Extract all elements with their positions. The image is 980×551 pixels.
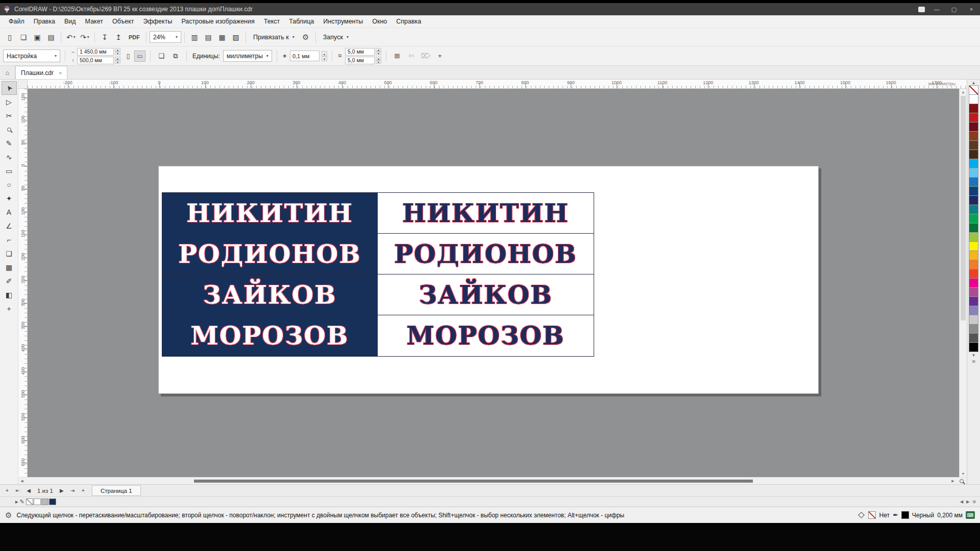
all-pages-button[interactable]: ❏	[155, 50, 167, 62]
horizontal-scrollbar[interactable]: ◀ ▶	[18, 477, 967, 484]
eyedropper-tool[interactable]: ✐	[2, 274, 17, 288]
palette-swatch-28[interactable]	[969, 342, 978, 352]
show-guidelines-button[interactable]: ▨	[229, 31, 242, 44]
doc-palette-scroll-right-icon[interactable]: ▶	[966, 499, 969, 504]
transparency-tool[interactable]: ▦	[2, 260, 17, 274]
nudge-distance-field[interactable]: 0,1 мм	[290, 51, 320, 61]
menu-item-0[interactable]: Файл	[4, 16, 29, 27]
palette-swatch-13[interactable]	[969, 205, 978, 214]
plate-cell-white-1[interactable]: РОДИОНОВ	[378, 234, 594, 274]
plate-cell-navy-1[interactable]: РОДИОНОВ	[162, 234, 378, 274]
nudge-stepper[interactable]: ▲▼	[322, 51, 327, 61]
last-page-button[interactable]: ⇥	[67, 486, 78, 496]
previous-page-button[interactable]: ◀	[23, 486, 34, 496]
palette-swatch-26[interactable]	[969, 324, 978, 334]
open-button[interactable]: ❏	[17, 31, 30, 44]
plate-cell-navy-2[interactable]: ЗАЙКОВ	[162, 274, 378, 315]
duplicate-x-stepper[interactable]: ▲▼	[376, 48, 381, 55]
scroll-up-icon[interactable]: ▲	[962, 89, 965, 95]
drawing-canvas[interactable]: НИКИТИННИКИТИНРОДИОНОВРОДИОНОВЗАЙКОВЗАЙК…	[28, 89, 959, 477]
palette-scroll-down-icon[interactable]: ▼	[972, 352, 976, 358]
plate-cell-white-0[interactable]: НИКИТИН	[378, 193, 594, 234]
palette-swatch-21[interactable]	[969, 278, 978, 288]
palette-swatch-9[interactable]	[969, 168, 978, 178]
palette-swatch-7[interactable]	[969, 149, 978, 159]
fullscreen-preview-button[interactable]: ▥	[188, 31, 201, 44]
menu-item-11[interactable]: Справка	[391, 16, 426, 27]
palette-swatch-12[interactable]	[969, 195, 978, 205]
keyboard-icon[interactable]: ⌨	[966, 511, 975, 519]
fill-tool[interactable]: ◧	[2, 288, 17, 302]
vertical-ruler[interactable]: 1501005005010015020025030035040045050055…	[18, 89, 28, 477]
zoom-level-combo[interactable]: 24% ▾	[150, 31, 181, 43]
rectangle-tool[interactable]: ▭	[2, 164, 17, 178]
menu-item-7[interactable]: Текст	[259, 16, 284, 27]
doc-palette-pencil-icon[interactable]: ✎	[20, 498, 24, 505]
palette-swatch-1[interactable]	[969, 94, 978, 104]
menu-item-2[interactable]: Вид	[60, 16, 81, 27]
fill-none-swatch[interactable]	[868, 511, 876, 519]
palette-swatch-10[interactable]	[969, 177, 978, 187]
outline-color-swatch[interactable]	[901, 511, 909, 519]
print-button[interactable]: ▤	[44, 31, 58, 44]
palette-swatch-23[interactable]	[969, 296, 978, 306]
status-gear-icon[interactable]: ⚙	[5, 511, 12, 520]
palette-swatch-14[interactable]	[969, 214, 978, 223]
import-button[interactable]: ↧	[98, 31, 111, 44]
freehand-tool[interactable]: ✎	[2, 136, 17, 150]
add-propbar-button[interactable]: +	[434, 50, 446, 62]
palette-swatch-20[interactable]	[969, 269, 978, 279]
name-plates-table[interactable]: НИКИТИННИКИТИНРОДИОНОВРОДИОНОВЗАЙКОВЗАЙК…	[162, 192, 594, 357]
palette-swatch-6[interactable]	[969, 140, 978, 150]
add-page-after-button[interactable]: +	[78, 486, 88, 496]
doc-palette-swatch-1[interactable]	[34, 498, 41, 505]
text-tool[interactable]: A	[2, 205, 17, 219]
menu-item-3[interactable]: Макет	[81, 16, 108, 27]
zoom-corner-button[interactable]	[957, 478, 967, 484]
menu-item-6[interactable]: Растровые изображения	[177, 16, 259, 27]
menu-item-4[interactable]: Объект	[108, 16, 139, 27]
shadow-tool[interactable]: ❏	[2, 246, 17, 260]
menu-item-8[interactable]: Таблица	[284, 16, 318, 27]
horizontal-ruler[interactable]: миллиметры -200-100010020030040050060070…	[28, 80, 967, 88]
plate-cell-white-2[interactable]: ЗАЙКОВ	[378, 274, 594, 315]
new-document-button[interactable]: ▯	[3, 31, 16, 44]
next-page-button[interactable]: ▶	[57, 486, 67, 496]
palette-swatch-17[interactable]	[969, 241, 978, 251]
launch-dropdown[interactable]: Запуск ▾	[319, 31, 353, 44]
menu-item-1[interactable]: Правка	[29, 16, 60, 27]
scroll-down-icon[interactable]: ▼	[962, 470, 965, 477]
landscape-button[interactable]: ▭	[134, 51, 145, 62]
palette-swatch-8[interactable]	[969, 159, 978, 168]
page-preset-combo[interactable]: Настройка ▾	[3, 49, 60, 62]
minimize-button[interactable]: —	[928, 3, 945, 15]
palette-swatch-19[interactable]	[969, 260, 978, 269]
maximize-button[interactable]: ▢	[945, 3, 963, 15]
show-rulers-button[interactable]: ▤	[202, 31, 215, 44]
palette-swatch-16[interactable]	[969, 232, 978, 242]
scroll-left-icon[interactable]: ◀	[18, 478, 26, 484]
page-width-field[interactable]: 1 450,0 мм	[77, 48, 114, 56]
palette-swatch-4[interactable]	[969, 122, 978, 132]
page-tab[interactable]: Страница 1	[92, 485, 141, 496]
vertical-scrollbar[interactable]: ▲ ▼	[959, 89, 967, 477]
palette-swatch-2[interactable]	[969, 104, 978, 113]
ellipse-tool[interactable]: ○	[2, 178, 17, 191]
duplicate-y-field[interactable]: 5,0 мм	[345, 57, 375, 64]
document-tab[interactable]: Плашки.cdr ×	[15, 66, 67, 79]
vertical-scrollbar-thumb[interactable]	[961, 96, 966, 320]
doc-palette-swatch-3[interactable]	[49, 498, 56, 505]
palette-no-color-swatch[interactable]	[969, 85, 978, 95]
portrait-button[interactable]: ▯	[122, 51, 134, 62]
palette-swatch-18[interactable]	[969, 251, 978, 260]
undo-button[interactable]: ↶▾	[64, 31, 78, 44]
page-height-field[interactable]: 500,0 мм	[77, 57, 114, 64]
current-page-button[interactable]: ⧉	[169, 50, 182, 62]
palette-swatch-27[interactable]	[969, 333, 978, 343]
palette-swatch-11[interactable]	[969, 186, 978, 196]
close-button[interactable]: ×	[963, 3, 980, 15]
page-width-stepper[interactable]: ▲▼	[115, 48, 120, 55]
zoom-tool[interactable]	[2, 122, 17, 136]
menu-item-5[interactable]: Эффекты	[139, 16, 177, 27]
palette-swatch-25[interactable]	[969, 315, 978, 324]
